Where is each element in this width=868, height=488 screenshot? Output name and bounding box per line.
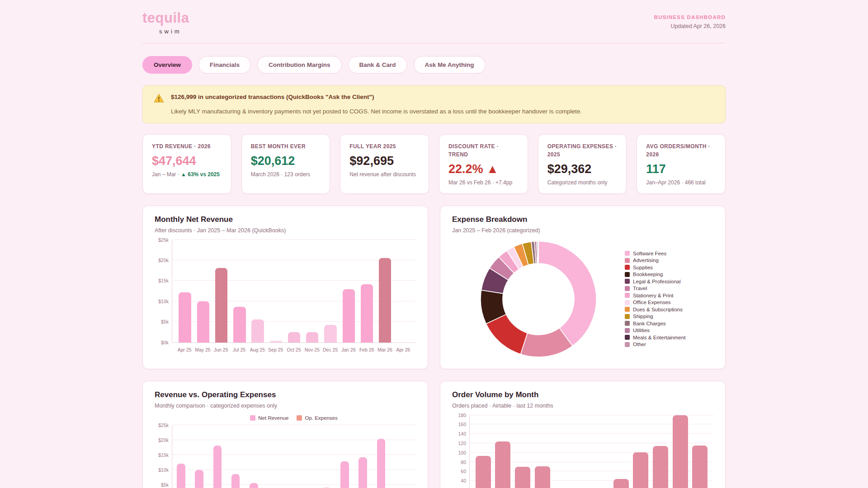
x-axis-tick: Jul 25	[230, 347, 248, 352]
monthly-net-revenue-card: Monthly Net Revenue After discounts · Ja…	[142, 206, 428, 369]
y-axis-tick: 180	[458, 413, 466, 418]
legend-label: Bank Charges	[633, 321, 666, 326]
legend-swatch	[297, 415, 302, 421]
chart-subtitle: Jan 2025 – Feb 2026 (categorized)	[452, 227, 713, 234]
kpi-subtext-accent: ▲ 63% vs 2025	[181, 171, 220, 178]
bar-slot	[303, 240, 321, 343]
legend-item: Shipping	[625, 314, 713, 319]
x-axis: Apr 25May 25Jun 25Jul 25Aug 25Sep 25Oct …	[172, 347, 416, 352]
kpi-value: $20,612	[251, 154, 321, 168]
y-axis-tick: $10k	[158, 467, 169, 473]
y-axis-tick: $0k	[161, 340, 169, 345]
legend-swatch	[625, 321, 630, 326]
legend-label: Supplies	[633, 265, 653, 270]
order-volume-chart: 020406080100120140160180	[452, 415, 713, 488]
legend-item: Meals & Entertainment	[625, 335, 713, 340]
kpi-card: BEST MONTH EVER$20,612March 2026 · 123 o…	[241, 134, 330, 194]
bar-slot	[690, 415, 710, 488]
revenue-vs-expenses-chart: Net RevenueOp. Expenses$0k$5k$10k$15k$20…	[155, 415, 416, 488]
legend-item: Utilities	[625, 328, 713, 333]
kpi-value: $47,644	[152, 154, 222, 168]
bar	[476, 456, 491, 488]
bar-slot	[303, 425, 321, 488]
legend-swatch	[625, 251, 630, 256]
x-axis-tick: Apr 26	[394, 347, 412, 352]
bar-slot	[340, 425, 358, 488]
legend-item: Travel	[625, 286, 713, 291]
expense-breakdown-donut: Software FeesAdvertisingSuppliesBookkeep…	[452, 241, 713, 357]
warning-title: $126,999 in uncategorized transactions (…	[171, 93, 714, 102]
bar	[288, 332, 300, 343]
kpi-card: OPERATING EXPENSES · 2025$29,362Categori…	[538, 134, 627, 194]
legend-item: Supplies	[625, 265, 713, 270]
plot-area: $0k$5k$10k$15k$20k$25k	[172, 425, 416, 488]
tab-overview[interactable]: Overview	[142, 56, 192, 74]
kpi-title: YTD REVENUE · 2026	[152, 142, 222, 150]
y-axis-tick: 60	[461, 469, 466, 474]
legend-label: Bookkeeping	[633, 272, 663, 277]
tab-financials[interactable]: Financials	[198, 56, 251, 74]
legend-label: Advertising	[633, 258, 659, 263]
legend-item: Dues & Subscriptions	[625, 307, 713, 312]
tab-contribution-margins[interactable]: Contribution Margins	[257, 56, 341, 74]
bar	[613, 479, 629, 488]
y-axis-tick: $25k	[158, 422, 169, 428]
chart-title: Revenue vs. Operating Expenses	[155, 390, 416, 399]
y-axis-tick: 120	[458, 441, 466, 446]
bar	[515, 467, 530, 488]
bar-slot	[552, 415, 572, 488]
bar	[195, 470, 203, 488]
chart-title: Monthly Net Revenue	[155, 215, 416, 224]
legend-item: Net Revenue	[250, 415, 288, 421]
chart-subtitle: Monthly comparison · categorized expense…	[155, 403, 416, 409]
bar	[692, 446, 708, 488]
header-meta: BUSINESS DASHBOARD Updated Apr 26, 2026	[654, 11, 726, 29]
bar	[343, 289, 355, 342]
warning-banner: $126,999 in uncategorized transactions (…	[142, 85, 726, 123]
tab-ask-me-anything[interactable]: Ask Me Anything	[414, 56, 486, 74]
x-axis-tick: Oct 25	[285, 347, 303, 352]
y-axis-tick: $15k	[158, 278, 169, 283]
bar-slot	[321, 240, 340, 343]
revenue-vs-expenses-card: Revenue vs. Operating Expenses Monthly c…	[142, 381, 428, 488]
bar	[213, 446, 222, 488]
kpi-value: 117	[646, 162, 716, 176]
donut-chart	[480, 241, 597, 357]
bar-slot	[358, 240, 376, 343]
bar-slot	[249, 240, 267, 343]
tab-bank-card[interactable]: Bank & Card	[348, 56, 407, 74]
x-axis-tick: Nov 25	[303, 347, 321, 352]
legend-label: Meals & Entertainment	[633, 335, 685, 340]
bar	[359, 457, 367, 488]
bar-slot	[572, 415, 592, 488]
bar-slot	[340, 240, 358, 343]
legend-swatch	[625, 272, 630, 277]
legend-label: Office Expenses	[633, 300, 671, 305]
bar-slot	[611, 415, 631, 488]
kpi-card: AVG ORDERS/MONTH · 2026117Jan–Apr 2026 ·…	[637, 134, 726, 194]
legend-label: Op. Expenses	[305, 415, 337, 421]
legend-swatch	[625, 279, 630, 284]
bar-slot	[231, 240, 249, 343]
bar-slot	[631, 415, 651, 488]
chart-legend: Net RevenueOp. Expenses	[172, 415, 416, 421]
bar	[361, 284, 373, 343]
bar-slot	[285, 240, 303, 343]
kpi-title: OPERATING EXPENSES · 2025	[547, 142, 618, 159]
bar-slot	[212, 240, 230, 343]
y-axis-tick: $20k	[158, 437, 169, 443]
y-axis-tick: $15k	[158, 452, 169, 458]
bar-slot	[176, 240, 194, 343]
legend-item: Stationery & Print	[625, 293, 713, 298]
y-axis-tick: $10k	[158, 299, 169, 304]
y-axis-tick: $5k	[161, 319, 169, 324]
x-axis-tick: Dec 25	[321, 347, 340, 352]
legend-swatch	[625, 314, 630, 319]
tab-bar: OverviewFinancialsContribution MarginsBa…	[142, 56, 726, 74]
x-axis-tick: Jan 26	[340, 347, 358, 352]
y-axis-tick: 80	[461, 460, 466, 465]
plot-area: 020406080100120140160180	[469, 415, 713, 488]
bar-slot	[394, 240, 412, 343]
x-axis-tick: Aug 25	[248, 347, 266, 352]
legend-swatch	[250, 415, 255, 421]
